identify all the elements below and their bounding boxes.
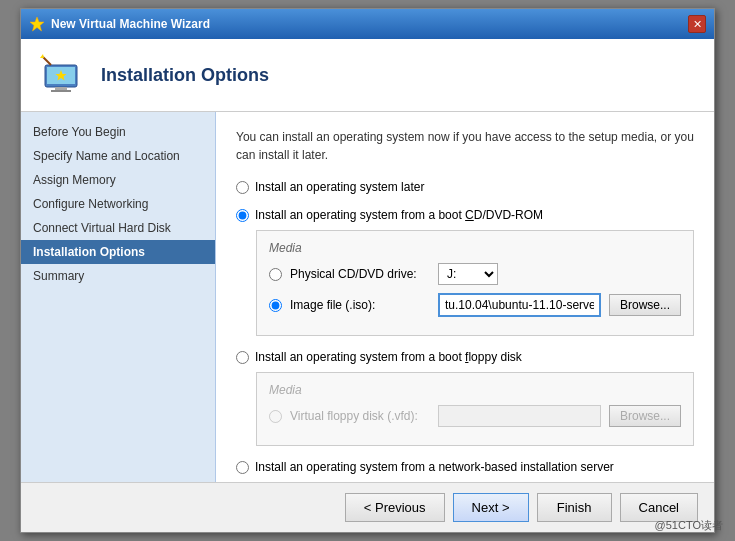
option-install-network: Install an operating system from a netwo… — [236, 460, 694, 474]
image-file-row: Image file (.iso): tu.10.04\ubuntu-11.10… — [269, 293, 681, 317]
radio-install-cd-label[interactable]: Install an operating system from a boot … — [236, 208, 694, 222]
cd-media-label: Media — [269, 241, 681, 255]
intro-text: You can install an operating system now … — [236, 128, 694, 164]
sidebar: Before You Begin Specify Name and Locati… — [21, 112, 216, 482]
floppy-file-input — [438, 405, 601, 427]
svg-line-6 — [43, 57, 51, 65]
radio-install-later-text: Install an operating system later — [255, 180, 424, 194]
radio-install-later-label[interactable]: Install an operating system later — [236, 180, 694, 194]
wizard-content: You can install an operating system now … — [216, 112, 714, 482]
watermark: @51CTO读者 — [655, 518, 723, 533]
next-button[interactable]: Next > — [453, 493, 529, 522]
previous-button[interactable]: < Previous — [345, 493, 445, 522]
drive-select[interactable]: J: — [438, 263, 498, 285]
floppy-media-section: Media Virtual floppy disk (.vfd): Browse… — [256, 372, 694, 446]
radio-install-cd[interactable] — [236, 209, 249, 222]
header-computer-icon — [37, 51, 85, 99]
wizard-body: Before You Begin Specify Name and Locati… — [21, 112, 714, 482]
radio-install-later[interactable] — [236, 181, 249, 194]
sidebar-item-connect-vhd[interactable]: Connect Virtual Hard Disk — [21, 216, 215, 240]
radio-virtual-floppy — [269, 410, 282, 423]
sidebar-item-specify-name[interactable]: Specify Name and Location — [21, 144, 215, 168]
header-title: Installation Options — [101, 65, 269, 86]
image-file-browse-button[interactable]: Browse... — [609, 294, 681, 316]
sidebar-item-before-you-begin[interactable]: Before You Begin — [21, 120, 215, 144]
physical-cd-row: Physical CD/DVD drive: J: — [269, 263, 681, 285]
svg-marker-0 — [30, 17, 44, 31]
titlebar-left: New Virtual Machine Wizard — [29, 16, 210, 32]
sidebar-item-assign-memory[interactable]: Assign Memory — [21, 168, 215, 192]
cd-underline: C — [465, 208, 474, 222]
close-button[interactable]: ✕ — [688, 15, 706, 33]
wizard-window: New Virtual Machine Wizard ✕ Installatio… — [20, 8, 715, 533]
option-install-later: Install an operating system later — [236, 180, 694, 194]
radio-install-floppy[interactable] — [236, 351, 249, 364]
cd-media-section: Media Physical CD/DVD drive: J: Image fi… — [256, 230, 694, 336]
finish-button[interactable]: Finish — [537, 493, 612, 522]
svg-rect-3 — [55, 87, 67, 90]
option-install-floppy: Install an operating system from a boot … — [236, 350, 694, 446]
radio-install-floppy-text: Install an operating system from a boot … — [255, 350, 522, 364]
radio-physical-cd[interactable] — [269, 268, 282, 281]
sidebar-item-summary[interactable]: Summary — [21, 264, 215, 288]
floppy-media-label: Media — [269, 383, 681, 397]
sidebar-item-configure-networking[interactable]: Configure Networking — [21, 192, 215, 216]
sidebar-item-installation-options[interactable]: Installation Options — [21, 240, 215, 264]
radio-install-floppy-label[interactable]: Install an operating system from a boot … — [236, 350, 694, 364]
floppy-underline: f — [465, 350, 468, 364]
titlebar: New Virtual Machine Wizard ✕ — [21, 9, 714, 39]
radio-install-network-text: Install an operating system from a netwo… — [255, 460, 614, 474]
virtual-floppy-label: Virtual floppy disk (.vfd): — [290, 409, 430, 423]
svg-rect-4 — [51, 90, 71, 92]
radio-image-file[interactable] — [269, 299, 282, 312]
radio-install-network[interactable] — [236, 461, 249, 474]
window-title: New Virtual Machine Wizard — [51, 17, 210, 31]
floppy-row: Virtual floppy disk (.vfd): Browse... — [269, 405, 681, 427]
image-file-input[interactable]: tu.10.04\ubuntu-11.10-server-amd64.iso — [438, 293, 601, 317]
radio-install-cd-text: Install an operating system from a boot … — [255, 208, 543, 222]
physical-cd-label: Physical CD/DVD drive: — [290, 267, 430, 281]
wizard-footer: < Previous Next > Finish Cancel — [21, 482, 714, 532]
option-install-cd: Install an operating system from a boot … — [236, 208, 694, 336]
image-file-label: Image file (.iso): — [290, 298, 430, 312]
floppy-browse-button: Browse... — [609, 405, 681, 427]
svg-marker-7 — [40, 54, 44, 58]
wizard-icon — [29, 16, 45, 32]
radio-install-network-label[interactable]: Install an operating system from a netwo… — [236, 460, 694, 474]
wizard-header: Installation Options — [21, 39, 714, 112]
